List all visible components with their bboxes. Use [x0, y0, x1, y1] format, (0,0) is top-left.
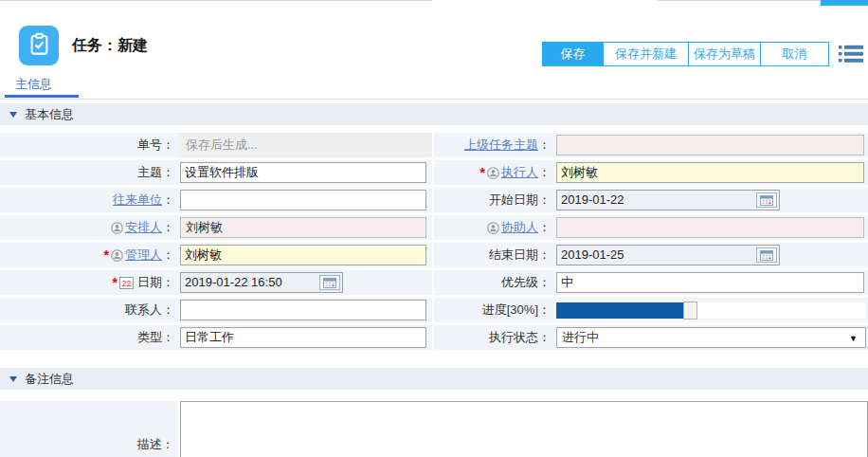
row-counterparty: 往来单位：: [0, 188, 432, 212]
label-text: 联系人: [125, 302, 162, 319]
label-colon: ：: [162, 274, 174, 291]
label-colon: ：: [162, 437, 174, 451]
label-colon: ：: [538, 329, 551, 346]
type-value-cell: [178, 325, 432, 350]
assistant-value-cell: [554, 215, 868, 240]
person-icon: [487, 222, 499, 234]
end-date-label: 结束日期：: [434, 243, 554, 267]
exec-status-selected-value: 进行中: [562, 330, 599, 344]
manager-value-cell: [178, 243, 432, 267]
label-colon: ：: [538, 247, 551, 264]
arranger-value-cell: 刘树敏: [178, 215, 432, 240]
form-column-left: 单号： 保存后生成... 主题： 往来单位：: [0, 133, 432, 353]
form-column-right: 上级任务主题： * 执行人：: [434, 133, 868, 353]
executor-input[interactable]: [556, 162, 864, 183]
subject-input[interactable]: [180, 162, 426, 183]
row-exec-status: 执行状态： 进行中 ▼: [434, 325, 868, 350]
executor-value-cell: [554, 160, 868, 185]
row-description: 描述：: [0, 401, 868, 457]
arranger-label-link[interactable]: 安排人: [125, 219, 162, 236]
progress-slider-fill: [556, 302, 683, 319]
end-date-value-cell: 2019-01-25: [554, 243, 868, 267]
save-as-draft-button[interactable]: 保存为草稿: [688, 42, 761, 66]
start-date-label: 开始日期：: [434, 188, 554, 212]
calendar-picker-icon[interactable]: [319, 275, 340, 290]
label-text: 开始日期: [489, 192, 538, 209]
assistant-readonly-field: [556, 217, 864, 238]
manager-label: * 管理人：: [0, 243, 178, 267]
section-notes-info[interactable]: 备注信息: [0, 368, 868, 390]
required-mark: *: [104, 247, 109, 263]
row-subject: 主题：: [0, 160, 432, 185]
person-icon: [111, 222, 123, 234]
label-colon: ：: [162, 164, 174, 181]
label-text: 描述: [137, 437, 162, 451]
contact-label: 联系人：: [0, 298, 178, 322]
type-label: 类型：: [0, 325, 178, 350]
label-text: 日期: [137, 274, 162, 291]
row-assistant: 协助人：: [434, 215, 868, 240]
date-field[interactable]: 2019-01-22 16:50: [180, 272, 343, 293]
row-arranger: 安排人： 刘树敏: [0, 215, 432, 240]
executor-label: * 执行人：: [434, 160, 554, 185]
manager-label-link[interactable]: 管理人: [125, 247, 162, 264]
counterparty-input[interactable]: [180, 190, 426, 210]
row-progress: 进度[30%]：: [434, 298, 868, 322]
label-colon: ：: [162, 247, 174, 264]
priority-value-cell: [554, 270, 868, 295]
label-colon: ：: [538, 302, 551, 319]
type-input[interactable]: [180, 327, 426, 348]
counterparty-label-link[interactable]: 往来单位: [113, 192, 162, 209]
end-date-field[interactable]: 2019-01-25: [556, 245, 780, 265]
calendar-picker-icon[interactable]: [756, 192, 777, 208]
label-colon: ：: [538, 164, 551, 181]
arranger-label: 安排人：: [0, 215, 178, 240]
label-colon: ：: [162, 302, 174, 319]
label-colon: ：: [162, 137, 174, 154]
exec-status-label: 执行状态：: [434, 325, 554, 350]
priority-input[interactable]: [556, 272, 864, 293]
description-textarea[interactable]: [180, 401, 868, 457]
row-manager: * 管理人：: [0, 243, 432, 267]
tab-main-info[interactable]: 主信息: [15, 76, 52, 93]
arranger-readonly-field: 刘树敏: [180, 217, 426, 238]
start-date-field[interactable]: 2019-01-22: [556, 190, 780, 210]
exec-status-select[interactable]: 进行中 ▼: [556, 327, 866, 348]
contact-input[interactable]: [180, 300, 426, 320]
person-icon: [487, 167, 499, 179]
save-and-new-button[interactable]: 保存并新建: [603, 42, 689, 66]
collapse-arrow-icon: [9, 112, 17, 118]
parent-task-value-cell: [554, 133, 868, 157]
label-colon: ：: [538, 274, 551, 291]
cancel-button[interactable]: 取消: [760, 42, 829, 66]
manager-input[interactable]: [180, 245, 426, 265]
description-label: 描述：: [0, 401, 178, 457]
doc-number-label: 单号：: [0, 133, 178, 157]
progress-slider-track[interactable]: [556, 302, 866, 319]
label-text: 优先级: [501, 274, 538, 291]
calendar-day-icon: 22: [119, 277, 134, 289]
assistant-label-link[interactable]: 协助人: [501, 219, 538, 236]
person-icon: [111, 249, 123, 262]
browser-tab-fragment: [821, 0, 868, 6]
executor-label-link[interactable]: 执行人: [501, 164, 538, 181]
row-contact: 联系人：: [0, 298, 432, 322]
list-menu-icon[interactable]: [839, 44, 863, 64]
section-title: 备注信息: [25, 371, 74, 388]
tab-bar-divider: [0, 99, 868, 100]
assistant-label: 协助人：: [434, 215, 554, 240]
page-title: 任务：新建: [72, 36, 148, 56]
parent-task-label-link[interactable]: 上级任务主题: [464, 137, 538, 154]
calendar-picker-icon[interactable]: [756, 247, 777, 263]
row-type: 类型：: [0, 325, 432, 350]
row-start-date: 开始日期： 2019-01-22: [434, 188, 868, 212]
save-button[interactable]: 保存: [542, 42, 604, 66]
row-end-date: 结束日期： 2019-01-25: [434, 243, 868, 267]
counterparty-label: 往来单位：: [0, 188, 178, 212]
section-basic-info[interactable]: 基本信息: [0, 103, 868, 125]
label-text: 主题: [137, 164, 162, 181]
required-mark: *: [113, 275, 118, 290]
label-text: 结束日期: [489, 247, 538, 264]
progress-slider-handle[interactable]: [683, 302, 697, 320]
label-colon: ：: [162, 219, 174, 236]
